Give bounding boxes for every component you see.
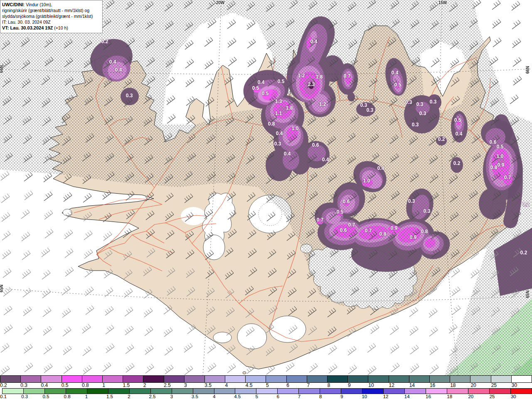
precip-value-label: 1.8 bbox=[316, 74, 323, 80]
legend-swatch-label: 2 bbox=[143, 383, 164, 388]
legend-swatch-label: 9 bbox=[348, 383, 368, 388]
precip-value-label: 0.7 bbox=[344, 73, 351, 79]
precip-value-label: 0.3 bbox=[408, 198, 415, 204]
precip-value-label: 0.3 bbox=[416, 101, 424, 107]
precip-value-label: 0.4 bbox=[392, 70, 399, 76]
legend-swatch-label: 20 bbox=[468, 394, 489, 399]
precip-value-label: 0.5 bbox=[252, 85, 259, 91]
map-area: 20W 15W 66N 66N 65N 65N 0.20.40.40.30.40… bbox=[0, 0, 532, 375]
legend-swatch-label: 8 bbox=[328, 383, 348, 388]
legend-swatch bbox=[41, 376, 62, 382]
title-line-2: rigning/skúrir (grænt/blátt/rautt - mm/1… bbox=[2, 8, 100, 14]
legend-swatch-label: 14 bbox=[409, 383, 430, 388]
legend-swatch bbox=[384, 389, 405, 394]
legend-swatch bbox=[82, 376, 103, 382]
legend-swatch-label: 12 bbox=[383, 394, 404, 399]
precip-value-label: 0.3 bbox=[412, 122, 419, 128]
precip-value-label: 0.4 bbox=[258, 79, 265, 85]
precip-value-label: 0.4 bbox=[115, 67, 122, 73]
precip-value-label: 0.3 bbox=[419, 111, 426, 116]
legend-swatch-label: 3 bbox=[184, 383, 204, 388]
precip-value-label: 0.6 bbox=[490, 139, 497, 145]
legend-swatch bbox=[45, 389, 66, 394]
precip-value-label: 0.8 bbox=[268, 121, 275, 127]
legend-swatch bbox=[362, 389, 384, 394]
legend-swatch bbox=[307, 376, 328, 382]
label-66n-left: 66N bbox=[0, 65, 4, 73]
island-vestmannaeyjar bbox=[243, 372, 246, 374]
legend-swatch-label: 0.8 bbox=[64, 394, 85, 399]
precip-value-label: 0.8 bbox=[379, 231, 387, 237]
legend-swatch-label: 1 bbox=[102, 383, 123, 388]
precip-value-label: 0.2 bbox=[522, 202, 530, 207]
precip-value-label: 1.3 bbox=[275, 99, 282, 104]
legend-swatch bbox=[164, 376, 185, 382]
legend-swatch-label: 2.5 bbox=[164, 383, 184, 388]
precip-value-label: 0.4 bbox=[456, 131, 463, 137]
legend-swatch bbox=[468, 389, 490, 394]
legend-swatch-label: 3.5 bbox=[192, 394, 213, 399]
legend-swatch-label: 14 bbox=[404, 394, 426, 399]
legend-sleet-labels: 0.20.30.40.50.811.522.533.544.5567891012… bbox=[0, 383, 532, 388]
label-65n-right: 65N bbox=[525, 291, 530, 298]
legend-swatch-label: 2.5 bbox=[149, 394, 170, 399]
legend-swatch bbox=[368, 376, 389, 382]
label-20w: 20W bbox=[216, 0, 225, 5]
legend-swatch-label: 16 bbox=[430, 383, 450, 388]
legend-swatch-label: 12 bbox=[389, 383, 409, 388]
legend-swatch-label: 8 bbox=[319, 394, 340, 399]
legend-swatch bbox=[66, 389, 87, 394]
precip-value-label: 0.4 bbox=[322, 157, 329, 163]
legend-swatch-label: 1 bbox=[85, 394, 106, 399]
precip-value-label: 0.7 bbox=[317, 217, 324, 223]
legend-swatch-label: 0.5 bbox=[42, 394, 64, 399]
precip-value-label: 0.7 bbox=[365, 228, 372, 234]
legend-swatch-label: 4.5 bbox=[234, 394, 255, 399]
precip-value-label: 0.4 bbox=[377, 165, 384, 171]
label-15w: 15W bbox=[438, 0, 447, 5]
legend-swatch-label: 7 bbox=[307, 383, 328, 388]
legend-swatch bbox=[512, 376, 532, 382]
legend-swatch-label: 18 bbox=[447, 394, 468, 399]
precip-value-label: 0.9 bbox=[410, 234, 417, 240]
legend: 0.20.30.40.50.811.522.533.544.5567891012… bbox=[0, 375, 532, 399]
legend-swatch bbox=[426, 389, 447, 394]
precip-value-label: 0.7 bbox=[504, 175, 511, 180]
legend-swatch-label: 0.8 bbox=[82, 383, 102, 388]
legend-swatch bbox=[491, 376, 512, 382]
precip-value-label: 0.5 bbox=[454, 117, 461, 123]
legend-swatch-label: 5 bbox=[266, 383, 286, 388]
legend-swatch-label: 25 bbox=[491, 383, 512, 388]
precip-value-label: 1.0 bbox=[292, 126, 299, 131]
legend-swatch bbox=[348, 376, 368, 382]
legend-swatch bbox=[341, 389, 362, 394]
legend-swatch bbox=[246, 376, 266, 382]
precip-value-label: 1.0 bbox=[497, 153, 504, 159]
label-65n-left: 65N bbox=[0, 285, 4, 292]
precip-value-label: 0.2 bbox=[453, 160, 461, 166]
legend-swatch-label: 10 bbox=[362, 394, 383, 399]
precip-value-label: 0.8 bbox=[490, 165, 498, 170]
precip-value-label: 1.0 bbox=[363, 178, 370, 184]
precip-value-label: 0.2 bbox=[101, 39, 108, 44]
legend-swatch-label: 16 bbox=[426, 394, 447, 399]
legend-swatch bbox=[103, 376, 123, 382]
legend-swatch-label: 0.4 bbox=[41, 383, 61, 388]
legend-swatch-label: 4 bbox=[213, 394, 234, 399]
legend-swatch bbox=[470, 376, 491, 382]
legend-swatch bbox=[21, 376, 41, 382]
legend-swatch bbox=[193, 389, 214, 394]
legend-swatch bbox=[87, 389, 108, 394]
legend-swatch bbox=[235, 389, 256, 394]
precip-value-label: 0.5 bbox=[262, 91, 269, 96]
title-box: UWC/DINI: Vindur (10m), rigning/skúrir (… bbox=[0, 0, 103, 33]
legend-swatch bbox=[278, 389, 299, 394]
legend-swatch-label: 1.5 bbox=[106, 394, 128, 399]
legend-rain-bar bbox=[2, 388, 532, 394]
precip-value-label: 0.5 bbox=[278, 79, 285, 84]
product-name: UWC/DINI bbox=[2, 2, 23, 7]
legend-swatch-label: 7 bbox=[298, 394, 319, 399]
legend-sleet-bar bbox=[0, 375, 532, 383]
legend-swatch bbox=[409, 376, 430, 382]
precip-value-label: 0.4 bbox=[310, 39, 318, 44]
